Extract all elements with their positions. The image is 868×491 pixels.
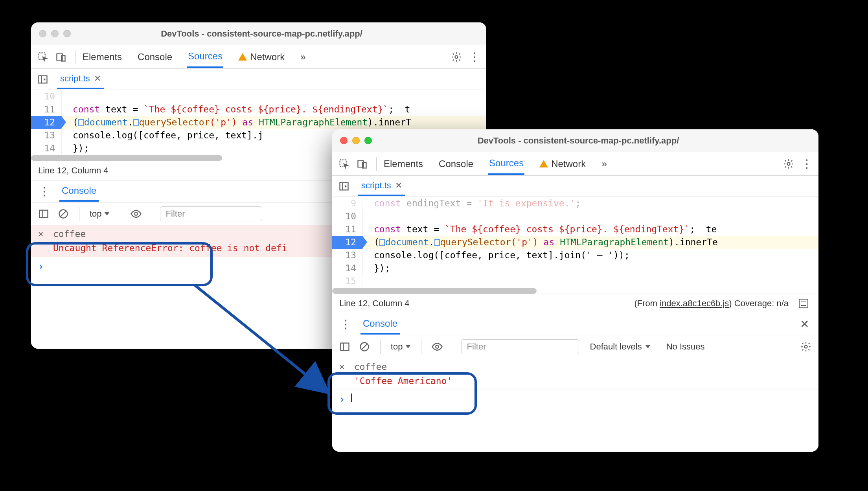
tabs-overflow[interactable]: » (601, 154, 607, 174)
svg-point-14 (787, 162, 790, 165)
settings-icon[interactable] (781, 156, 796, 172)
log-levels-select[interactable]: Default levels (590, 342, 651, 352)
editor-scrollbar[interactable] (332, 288, 818, 294)
svg-rect-6 (40, 210, 48, 217)
file-tab-label: script.ts (60, 74, 90, 84)
drawer-menu-icon[interactable]: ⋮ (336, 318, 355, 331)
drawer-tab-console[interactable]: Console (59, 181, 99, 202)
tab-network[interactable]: Network (237, 47, 285, 67)
code-editor[interactable]: 9const endingText = 'It is expensive.'; … (332, 197, 818, 288)
close-dot[interactable] (340, 137, 348, 144)
editor-status-bar: Line 12, Column 4 (From index.a8c1ec6b.j… (332, 294, 818, 313)
warning-icon (539, 160, 548, 167)
drawer-tab-console[interactable]: Console (360, 314, 400, 335)
svg-rect-4 (39, 75, 47, 83)
minimize-dot[interactable] (352, 137, 360, 144)
svg-line-9 (61, 211, 66, 217)
step-marker-icon (379, 239, 385, 246)
close-dot[interactable] (39, 30, 46, 37)
svg-point-3 (455, 55, 458, 58)
close-icon[interactable]: ✕ (395, 180, 402, 191)
filter-input[interactable]: Filter (461, 339, 579, 354)
device-mode-icon[interactable] (354, 156, 370, 172)
panel-tabs: Elements Console Sources Network » (383, 153, 608, 175)
svg-line-20 (362, 344, 367, 349)
execution-line-number: 12 (31, 116, 62, 129)
line-number: 10 (31, 90, 62, 103)
file-tabs: script.ts ✕ (332, 176, 818, 197)
close-icon[interactable]: ✕ (339, 360, 348, 374)
tab-network-label: Network (551, 158, 586, 169)
menu-icon[interactable]: ⋮ (799, 156, 815, 172)
chevron-down-icon (405, 345, 411, 348)
tab-sources[interactable]: Sources (187, 46, 223, 68)
clear-console-icon[interactable] (55, 206, 71, 222)
settings-icon[interactable] (449, 49, 464, 65)
filter-input[interactable]: Filter (160, 206, 262, 221)
chevron-right-icon: › (38, 259, 44, 274)
warning-icon (238, 53, 247, 61)
tabs-overflow[interactable]: » (300, 47, 306, 67)
close-drawer-icon[interactable]: ✕ (794, 318, 815, 331)
chevron-right-icon: › (339, 392, 345, 406)
step-marker-icon (434, 239, 440, 246)
inspect-element-icon[interactable] (35, 49, 51, 65)
zoom-dot[interactable] (364, 137, 372, 144)
chevron-down-icon (645, 345, 651, 348)
line-number: 11 (31, 103, 62, 116)
cursor-position: Line 12, Column 4 (38, 166, 108, 176)
chevron-down-icon (104, 212, 110, 215)
close-icon[interactable]: ✕ (94, 74, 101, 84)
window-title: DevTools - consistent-source-map-pc.netl… (377, 136, 779, 146)
inspect-element-icon[interactable] (336, 156, 352, 172)
svg-point-21 (436, 345, 439, 348)
clear-console-icon[interactable] (357, 339, 372, 355)
console-error-message: Uncaught ReferenceError: coffee is not d… (53, 241, 287, 255)
text-caret (351, 394, 352, 402)
context-selector[interactable]: top (388, 340, 413, 353)
live-expression-icon[interactable] (128, 206, 144, 222)
issues-button[interactable]: No Issues (666, 342, 705, 352)
tab-elements[interactable]: Elements (383, 154, 424, 174)
line-number: 14 (332, 262, 363, 275)
drawer-tabs: ⋮ Console ✕ (332, 313, 818, 335)
console-output[interactable]: ✕ coffee 'Coffee Americano' › (332, 358, 818, 452)
minimize-dot[interactable] (51, 30, 59, 37)
device-mode-icon[interactable] (53, 49, 69, 65)
file-tab-script-ts[interactable]: script.ts ✕ (57, 70, 104, 89)
tab-console[interactable]: Console (137, 47, 173, 67)
console-toolbar: top Filter Default levels No Issues (332, 335, 818, 358)
console-prompt[interactable]: › (332, 390, 818, 409)
line-number: 10 (332, 210, 363, 223)
context-selector[interactable]: top (87, 207, 112, 221)
step-marker-icon (78, 119, 84, 126)
tab-console[interactable]: Console (438, 154, 474, 174)
zoom-dot[interactable] (63, 30, 71, 37)
close-icon[interactable]: ✕ (38, 227, 47, 241)
tab-network[interactable]: Network (539, 154, 587, 174)
tab-network-label: Network (250, 51, 285, 63)
line-number: 9 (332, 197, 363, 210)
panel-tabs: Elements Console Sources Network » (82, 46, 307, 68)
file-tab-script-ts[interactable]: script.ts ✕ (358, 177, 405, 196)
line-number: 11 (332, 223, 363, 236)
toggle-navigator-icon[interactable] (35, 72, 51, 87)
toggle-console-sidebar-icon[interactable] (36, 206, 51, 222)
toggle-console-sidebar-icon[interactable] (337, 339, 353, 355)
live-expression-icon[interactable] (429, 339, 445, 355)
menu-icon[interactable]: ⋮ (467, 49, 482, 65)
line-number: 13 (31, 129, 62, 142)
tab-elements[interactable]: Elements (82, 47, 123, 67)
toggle-navigator-icon[interactable] (336, 178, 352, 194)
svg-rect-17 (341, 343, 349, 350)
svg-point-22 (805, 345, 807, 348)
source-map-link[interactable]: index.a8c1ec6b.js (660, 298, 729, 308)
titlebar: DevTools - consistent-source-map-pc.netl… (31, 22, 486, 45)
cursor-position: Line 12, Column 4 (339, 298, 410, 309)
tab-sources[interactable]: Sources (488, 153, 524, 175)
drawer-menu-icon[interactable]: ⋮ (35, 185, 54, 198)
titlebar: DevTools - consistent-source-map-pc.netl… (332, 129, 818, 152)
coverage-toggle-icon[interactable] (796, 296, 811, 311)
console-settings-icon[interactable] (798, 339, 814, 355)
execution-line-number: 12 (332, 236, 363, 249)
